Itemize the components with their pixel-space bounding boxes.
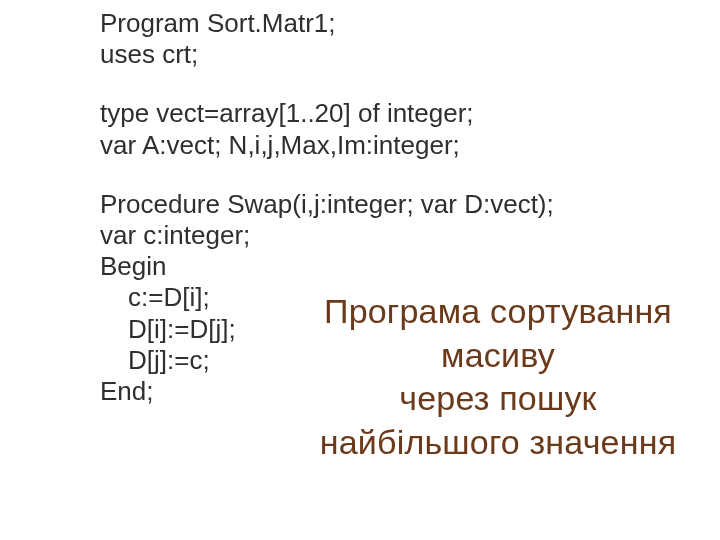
code-line: uses crt; — [100, 39, 620, 70]
code-line: Program Sort.Matr1; — [100, 8, 620, 39]
paragraph-gap — [100, 161, 620, 189]
slide-title: Програма сортування масиву через пошук н… — [278, 290, 718, 464]
code-line: Procedure Swap(i,j:integer; var D:vect); — [100, 189, 620, 220]
slide: Program Sort.Matr1; uses crt; type vect=… — [0, 0, 720, 540]
code-line: var c:integer; — [100, 220, 620, 251]
code-line: var A:vect; N,i,j,Max,Im:integer; — [100, 130, 620, 161]
title-line: Програма сортування — [278, 290, 718, 334]
title-line: масиву — [278, 334, 718, 378]
title-line: через пошук — [278, 377, 718, 421]
title-line: найбільшого значення — [278, 421, 718, 465]
paragraph-gap — [100, 70, 620, 98]
code-line: type vect=array[1..20] of integer; — [100, 98, 620, 129]
code-line: Begin — [100, 251, 620, 282]
